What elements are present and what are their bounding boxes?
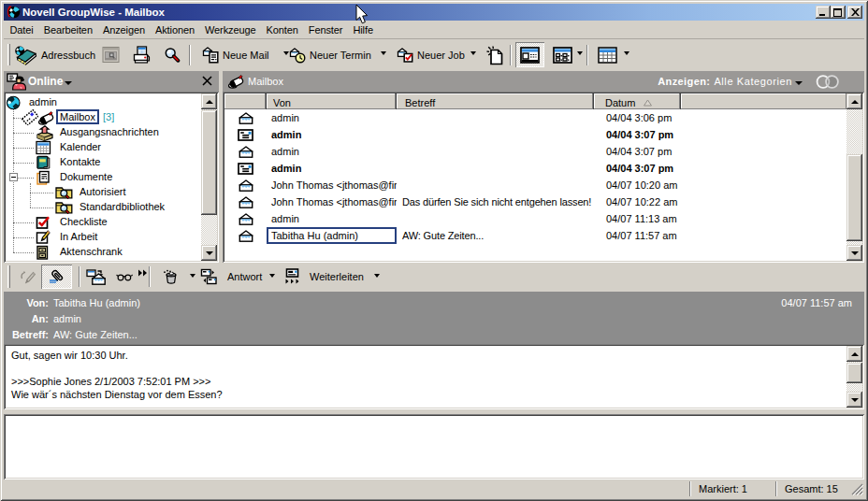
tree-item-label[interactable]: Kontakte xyxy=(60,156,100,167)
menu-item[interactable]: Anzeigen xyxy=(97,21,150,38)
categories-circles-icon[interactable] xyxy=(815,74,842,90)
delete-button[interactable] xyxy=(161,265,180,289)
column-header-empty[interactable] xyxy=(681,93,846,109)
maximize-button[interactable] xyxy=(831,6,846,19)
mail-row[interactable]: John Thomas <jthomas@fir04/07 10:20 am xyxy=(224,177,846,193)
mail-row[interactable]: admin04/04 3:07 pm xyxy=(224,160,846,177)
reply-dropdown-arrow[interactable] xyxy=(269,274,275,278)
print-button[interactable] xyxy=(133,42,152,68)
attachment-toggle-button[interactable] xyxy=(41,265,72,289)
tree-item-standardbibliothek[interactable]: Standardbibliothek xyxy=(6,200,201,215)
tree-item-admin[interactable]: admin xyxy=(6,95,201,110)
view-cards-button[interactable] xyxy=(548,42,576,68)
reply-button[interactable]: Antwort xyxy=(199,265,262,289)
read-next-button[interactable] xyxy=(116,265,134,289)
column-header-von[interactable]: Von xyxy=(267,93,397,109)
search-button[interactable] xyxy=(164,42,181,68)
message-body-scrollbar[interactable] xyxy=(846,346,862,408)
tree-item-label[interactable]: Kalender xyxy=(60,141,101,152)
menu-item[interactable]: Konten xyxy=(261,21,303,38)
column-headers: Von Betreff Datum xyxy=(224,93,846,109)
scrollbar-thumb[interactable] xyxy=(846,363,862,383)
mail-row[interactable]: admin04/04 3:07 pm xyxy=(224,126,846,143)
menu-item[interactable]: Aktionen xyxy=(150,21,199,38)
tree-item-label[interactable]: Autorisiert xyxy=(80,186,126,197)
scroll-down-button[interactable] xyxy=(846,245,862,261)
scroll-down-button[interactable] xyxy=(846,392,862,408)
titlebar[interactable]: Novell GroupWise - Mailbox xyxy=(4,4,864,21)
resize-grip[interactable] xyxy=(851,483,863,495)
edit-draft-button[interactable] xyxy=(19,265,38,289)
toolbar-grip[interactable] xyxy=(7,44,10,65)
scroll-down-button[interactable] xyxy=(201,245,217,261)
new-document-button[interactable] xyxy=(486,42,504,68)
tree-item-mailbox[interactable]: Mailbox[3] xyxy=(6,110,201,125)
scroll-up-button[interactable] xyxy=(201,93,217,109)
scroll-up-button[interactable] xyxy=(846,93,862,109)
scroll-up-button[interactable] xyxy=(846,346,862,362)
tree-item-kontakte[interactable]: Kontakte xyxy=(6,155,201,170)
tree-item-dokumente[interactable]: Dokumente xyxy=(6,170,201,185)
view-details-button[interactable] xyxy=(515,42,544,67)
forward-dropdown-arrow[interactable] xyxy=(374,274,380,278)
menu-item[interactable]: Werkzeuge xyxy=(200,21,262,38)
mail-row[interactable]: Tabitha Hu (admin)AW: Gute Zeiten...04/0… xyxy=(224,227,846,244)
menu-item[interactable]: Bearbeiten xyxy=(38,21,97,38)
toolbar-overflow-button[interactable] xyxy=(137,261,149,285)
mail-list-scrollbar[interactable] xyxy=(846,93,862,261)
view-calendar-button[interactable] xyxy=(593,42,621,68)
message-body[interactable]: Gut, sagen wir 10:30 Uhr.>>>Sophie Jones… xyxy=(4,344,864,409)
reply-icon xyxy=(199,268,224,285)
tree-item-autorisiert[interactable]: Autorisiert xyxy=(6,185,201,200)
column-header-icon[interactable] xyxy=(224,93,267,109)
minimize-button[interactable] xyxy=(816,6,831,19)
envelope-open-icon xyxy=(224,143,267,160)
view-cards-dropdown-arrow[interactable] xyxy=(577,51,583,55)
close-button[interactable] xyxy=(847,6,862,19)
attachment-panel[interactable] xyxy=(4,414,864,480)
tree-expander-minus[interactable] xyxy=(9,173,18,181)
new-mail-button[interactable]: Neue Mail xyxy=(202,42,269,68)
tree-item-label[interactable]: Ausgangsnachrichten xyxy=(60,126,159,137)
tree-item-label[interactable]: Aktenschrank xyxy=(60,246,123,257)
folder-panel-dropdown-arrow[interactable] xyxy=(65,81,72,85)
column-header-datum[interactable]: Datum xyxy=(594,93,681,109)
tree-item-in-arbeit[interactable]: In Arbeit xyxy=(6,230,201,245)
tree-item-label[interactable]: admin xyxy=(29,96,57,107)
tree-item-kalender[interactable]: Kalender xyxy=(6,140,201,155)
delete-dropdown-arrow[interactable] xyxy=(190,274,195,278)
tree-item-label[interactable]: Standardbibliothek xyxy=(80,201,165,212)
tree-item-label[interactable]: Dokumente xyxy=(60,171,112,182)
menu-item[interactable]: Datei xyxy=(5,21,38,38)
tree-item-label[interactable]: In Arbeit xyxy=(60,231,97,242)
new-appointment-dropdown-arrow[interactable] xyxy=(381,51,386,55)
new-appointment-button[interactable]: Neuer Termin xyxy=(289,42,371,68)
view-calendar-dropdown-arrow[interactable] xyxy=(624,51,629,55)
menu-item[interactable]: Fenster xyxy=(303,21,348,38)
print-preview-button[interactable] xyxy=(102,42,121,68)
mail-row[interactable]: John Thomas <jthomas@firDas dürfen Sie s… xyxy=(224,193,846,210)
show-filter-value[interactable]: Alle Kategorien xyxy=(714,76,792,87)
new-task-dropdown-arrow[interactable] xyxy=(470,51,476,55)
address-book-button[interactable]: Adressbuch xyxy=(13,42,95,68)
toolbar-grip[interactable] xyxy=(7,265,10,288)
tree-item-checkliste[interactable]: Checkliste xyxy=(6,215,201,230)
folder-tree-scrollbar[interactable] xyxy=(201,93,217,261)
tree-item-label[interactable]: Checkliste xyxy=(60,216,108,227)
mail-row[interactable]: admin04/07 11:13 am xyxy=(224,210,846,227)
open-item-button[interactable] xyxy=(86,265,108,289)
folder-panel-title[interactable]: Online xyxy=(28,75,63,88)
folder-panel-close-icon[interactable] xyxy=(201,75,213,87)
new-task-button[interactable]: Neuer Job xyxy=(397,42,465,68)
tree-item-ausgangsnachrichten[interactable]: Ausgangsnachrichten xyxy=(6,125,201,140)
column-header-betreff[interactable]: Betreff xyxy=(397,93,594,109)
scrollbar-thumb[interactable] xyxy=(846,154,862,241)
tree-item-aktenschrank[interactable]: Aktenschrank xyxy=(6,245,201,260)
mail-row[interactable]: admin04/04 3:07 pm xyxy=(224,143,846,160)
forward-button[interactable]: Weiterleiten xyxy=(283,265,364,289)
mail-row[interactable]: admin04/04 3:06 pm xyxy=(224,109,846,126)
toolbar-separator xyxy=(586,45,588,65)
tree-item-label[interactable]: Mailbox xyxy=(56,109,99,124)
show-filter-dropdown-arrow[interactable] xyxy=(795,81,803,85)
scrollbar-thumb[interactable] xyxy=(201,110,217,215)
